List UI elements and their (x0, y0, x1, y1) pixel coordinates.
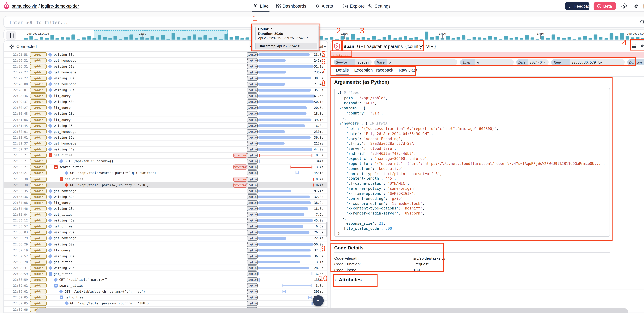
trace-row[interactable]: 22:35:12spiderwaiting 45slogfire45.0s (4, 218, 328, 224)
histogram-bar[interactable] (472, 37, 476, 40)
logfire-logo-icon[interactable] (3, 2, 10, 10)
trace-row[interactable]: 22:32:37spider+get_homepagelogfire212ms (4, 141, 328, 147)
tab-alerts[interactable]: Alerts (315, 0, 333, 12)
histogram-bar[interactable] (594, 35, 597, 40)
trace-row[interactable]: 22:28:00spider+get_homepagelogfire216ms (4, 81, 328, 87)
trace-row[interactable]: 22:32:37spiderwaiting 44slogfire44.0s (4, 147, 328, 153)
histogram-bar[interactable] (504, 36, 508, 40)
span-expand-icon[interactable]: + (48, 58, 52, 63)
histogram-bar[interactable] (50, 35, 54, 40)
histogram-bars[interactable] (24, 32, 644, 40)
histogram-bar[interactable] (219, 39, 223, 40)
collapse-error-icon[interactable] (49, 153, 52, 157)
tab-dashboards[interactable]: Dashboards (276, 0, 306, 12)
span-diamond-icon[interactable] (54, 278, 58, 282)
histogram-bar[interactable] (346, 37, 350, 40)
histogram-bar[interactable] (567, 37, 571, 40)
sql-filter-input[interactable]: Enter SQL to filter... (10, 20, 68, 25)
share-link-icon[interactable] (633, 3, 639, 10)
trace-row[interactable]: 22:38:59spiderGET '/api/table' params={}… (4, 277, 328, 283)
span-expand-icon[interactable]: + (48, 201, 52, 205)
trace-row[interactable]: 22:31:06spider+llm_querylogfire39.1s (4, 117, 328, 123)
histogram-bar[interactable] (599, 37, 603, 40)
span-expand-icon[interactable]: + (48, 236, 52, 240)
histogram-bar[interactable] (541, 36, 544, 40)
span-expand-icon[interactable]: + (48, 260, 52, 264)
histogram-bar[interactable] (351, 34, 355, 40)
trace-row[interactable]: 22:30:48spiderwaiting 18slogfire18.0s (4, 111, 328, 117)
span-diamond-icon[interactable] (48, 64, 52, 69)
histogram-bar[interactable] (398, 37, 402, 40)
span-diamond-icon[interactable] (48, 112, 52, 116)
span-diamond-icon[interactable] (59, 159, 63, 163)
histogram-bar[interactable] (499, 39, 502, 40)
histogram-bar[interactable] (573, 39, 576, 40)
trace-row[interactable]: 22:33:30spiderget_citiesexceptionlogfire… (4, 176, 328, 182)
span-expand-icon[interactable]: + (48, 118, 52, 122)
histogram-bar[interactable] (177, 37, 180, 40)
avatar[interactable] (643, 2, 644, 11)
histogram-bar[interactable] (494, 37, 497, 40)
histogram-bar[interactable] (552, 35, 555, 40)
trace-row[interactable]: 22:29:37spiderwaiting 50slogfire50.1s (4, 99, 328, 105)
histogram-bar[interactable] (404, 36, 408, 40)
histogram-bar[interactable] (467, 39, 471, 40)
trace-row[interactable]: 22:32:01spiderwaiting 36slogfire36.0s (4, 135, 328, 141)
histogram-bar[interactable] (188, 36, 191, 40)
theme-toggle-icon[interactable] (621, 3, 628, 10)
histogram-bar[interactable] (82, 37, 86, 40)
span-diamond-icon[interactable] (48, 195, 52, 199)
histogram-bar[interactable] (372, 36, 376, 40)
span-diamond-icon[interactable] (64, 171, 69, 175)
histogram-bar[interactable] (240, 38, 244, 40)
histogram-bar[interactable] (34, 39, 38, 40)
span-diamond-icon[interactable] (48, 147, 52, 151)
histogram-bar[interactable] (557, 37, 560, 40)
trace-row[interactable]: 22:38:31spiderwaiting 28slogfire28.0s (4, 265, 328, 271)
trace-row[interactable]: 22:26:31spiderwaiting 51slogfire51.1s (4, 64, 328, 70)
histogram-bar[interactable] (456, 37, 460, 40)
histogram-bar[interactable] (425, 32, 428, 40)
trace-row[interactable]: 22:31:45spiderwaiting 16slogfire16.0s (4, 123, 328, 129)
span-expand-icon[interactable]: + (48, 70, 52, 74)
span-diamond-icon[interactable] (48, 88, 52, 92)
trace-row[interactable]: 22:36:29spider+get_homepagelogfire229ms (4, 235, 328, 241)
histogram-bar[interactable] (230, 37, 234, 40)
histogram-bar[interactable] (483, 38, 486, 40)
span-error-icon[interactable] (64, 183, 69, 187)
histogram-bar[interactable] (462, 35, 466, 40)
collapse-icon[interactable] (60, 296, 63, 299)
span-expand-icon[interactable]: + (48, 130, 52, 134)
trace-row[interactable]: 22:34:08spider+llm_querylogfire38.2s (4, 200, 328, 206)
span-diamond-icon[interactable] (48, 254, 52, 258)
histogram-bar[interactable] (235, 36, 239, 40)
histogram-bar[interactable] (478, 37, 481, 40)
histogram-bar[interactable] (166, 39, 170, 40)
span-expand-icon[interactable]: + (48, 94, 52, 98)
span-expand-icon[interactable]: + (48, 106, 52, 110)
span-diamond-icon[interactable] (64, 301, 69, 305)
histogram-bar[interactable] (536, 39, 539, 40)
span-diamond-icon[interactable] (48, 242, 52, 246)
histogram-bar[interactable] (193, 35, 196, 40)
beta-button[interactable]: Beta (594, 2, 616, 10)
scroll-to-bottom-button[interactable]: › (313, 295, 324, 306)
histogram-bar[interactable] (388, 35, 392, 40)
histogram-bar[interactable] (119, 39, 122, 40)
span-diamond-icon[interactable] (48, 124, 52, 128)
histogram-bar[interactable] (378, 39, 381, 40)
span-diamond-icon[interactable] (48, 266, 52, 270)
histogram-bar[interactable] (578, 37, 582, 40)
histogram-bar[interactable] (66, 37, 70, 40)
trace-row[interactable]: 22:36:29spiderwaiting 50slogfire50.0s (4, 241, 328, 247)
trace-row[interactable]: 22:35:04spider+get_citieslogfire7.2s (4, 212, 328, 218)
collapse-error-icon[interactable] (54, 165, 57, 169)
histogram-bar[interactable] (130, 35, 133, 40)
histogram-bar[interactable] (204, 35, 207, 40)
histogram-bar[interactable] (588, 38, 592, 40)
histogram-bar[interactable] (520, 38, 524, 40)
trace-row[interactable]: 22:26:31spider+get_homepagelogfire245ms (4, 58, 328, 64)
trace-row[interactable]: 22:38:28spider+get_citieslogfire3.1s (4, 259, 328, 265)
histogram-bar[interactable] (325, 38, 328, 40)
histogram-bar[interactable] (103, 37, 107, 40)
